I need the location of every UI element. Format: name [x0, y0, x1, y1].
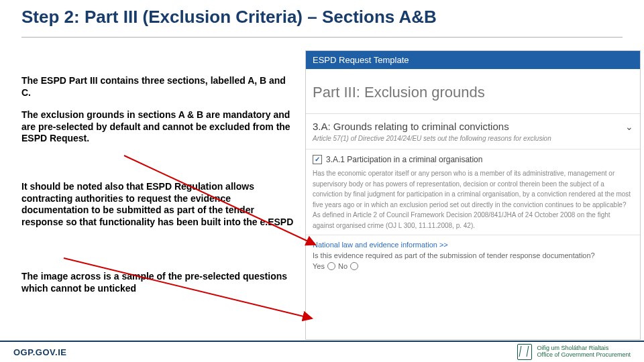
- slide-title: Step 2: Part III (Exclusion Criteria) – …: [21, 7, 437, 27]
- panel-header: ESPD Request Template: [306, 51, 640, 69]
- evidence-block: National law and evidence information >>…: [306, 235, 640, 276]
- footer-logo-line2: Office of Government Procurement: [537, 352, 631, 359]
- evidence-link[interactable]: National law and evidence information >>: [313, 241, 633, 249]
- divider: [21, 37, 623, 38]
- radio-no[interactable]: [350, 262, 358, 270]
- para-2: The exclusion grounds in sections A & B …: [21, 109, 297, 145]
- slide: Step 2: Part III (Exclusion Criteria) – …: [0, 0, 644, 362]
- footer-logo: Oifig um Sholáthar Rialtais Office of Go…: [517, 344, 631, 360]
- footer-url: OGP.GOV.IE: [13, 347, 66, 357]
- subsection-3a1-body: Has the economic operator itself or any …: [313, 168, 633, 231]
- evidence-no-label: No: [338, 262, 347, 270]
- chevron-down-icon[interactable]: ⌄: [625, 121, 633, 132]
- section-3a: 3.A: Grounds relating to criminal convic…: [306, 113, 640, 149]
- evidence-question: Is this evidence required as part of the…: [313, 251, 633, 259]
- section-3a-heading: 3.A: Grounds relating to criminal convic…: [313, 121, 509, 132]
- checkbox-3a1[interactable]: ✓: [313, 155, 322, 164]
- harp-icon: [517, 344, 532, 360]
- screenshot-panel: ESPD Request Template Part III: Exclusio…: [305, 50, 641, 340]
- para-3: It should be noted also that ESPD Regula…: [21, 181, 297, 228]
- subsection-3a1: ✓ 3.A.1 Participation in a criminal orga…: [306, 149, 640, 235]
- subsection-3a1-heading: 3.A.1 Participation in a criminal organi…: [326, 155, 482, 164]
- footer: OGP.GOV.IE Oifig um Sholáthar Rialtais O…: [0, 341, 644, 362]
- evidence-yes-label: Yes: [313, 262, 325, 270]
- para-4: The image across is a sample of the pre-…: [21, 271, 297, 294]
- radio-yes[interactable]: [327, 262, 335, 270]
- part-title: Part III: Exclusion grounds: [313, 84, 633, 101]
- section-3a-article: Article 57(1) of Directive 2014/24/EU se…: [313, 135, 633, 142]
- para-1: The ESPD Part III contains three section…: [21, 75, 297, 99]
